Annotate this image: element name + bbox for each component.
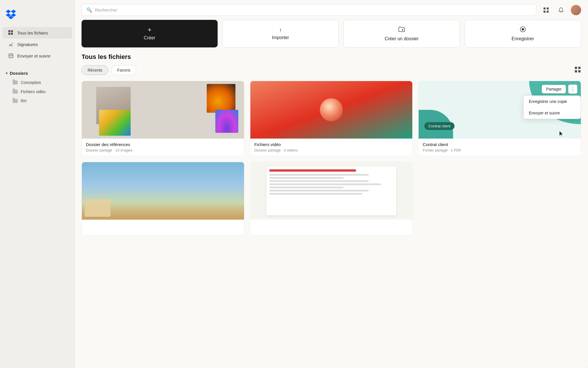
svg-rect-5 [9,54,13,58]
import-button[interactable]: ↑ Importer [222,20,339,47]
svg-point-15 [522,28,524,30]
ref-image-3 [99,110,131,136]
signatures-icon [8,41,14,47]
tab-favorites[interactable]: Favoris [111,65,136,75]
record-icon [519,26,526,34]
file-grid: Dossier des références Dossier partagé ·… [82,81,581,235]
svg-rect-8 [543,7,546,9]
file-card-contrat[interactable]: Contrat client Partager ⋮ Enregistrer un… [418,81,581,156]
section-title: Tous les fichiers [82,53,581,61]
new-folder-button[interactable]: Créer un dossier [343,20,460,47]
doc-line [269,169,356,172]
avatar[interactable] [571,5,581,15]
sidebar-item-label: Signatures [17,42,38,47]
upload-icon: ↑ [279,27,282,33]
folder-icon [13,80,18,85]
share-button[interactable]: Partager [542,85,566,93]
filter-tabs-left: Récents Favoris [82,65,136,75]
file-card-landscape[interactable] [82,162,244,235]
logo[interactable] [0,6,74,27]
doc-line [269,190,368,191]
grid-toggle-button[interactable] [574,66,581,74]
more-options-button[interactable]: ⋮ [568,85,577,94]
avatar-image [571,5,581,15]
notification-button[interactable] [556,5,566,15]
svg-rect-19 [578,70,581,72]
doc-line [269,183,381,185]
ref-image-2 [207,84,235,113]
doc-line [269,177,344,179]
sidebar-item-label: Tous les fichiers [17,30,48,35]
header-actions [541,5,581,15]
chevron-down-icon: ▾ [6,71,7,75]
send-icon [8,53,14,59]
header: 🔍 Rechercher [75,0,588,20]
video-sphere [320,98,343,121]
search-placeholder: Rechercher [95,7,117,12]
tab-recent[interactable]: Récents [82,65,108,75]
main-content: 🔍 Rechercher [75,0,588,368]
card-info: Fichiers vidéo Dossier partagé · 3 vidéo… [250,139,413,156]
file-card-videos[interactable]: Fichiers vidéo Dossier partagé · 3 vidéo… [250,81,413,156]
plus-icon: + [148,27,151,33]
folder-icon [13,90,18,94]
folder-plus-icon [398,26,405,34]
sidebar-item-conception[interactable]: Conception [2,78,72,87]
record-button[interactable]: Enregistrer [465,20,581,47]
folder-label: Fichiers vidéo [21,89,45,94]
doc-line [269,187,344,188]
sidebar-item-fichiers-video[interactable]: Fichiers vidéo [2,87,72,96]
file-card-doc[interactable] [250,162,413,235]
file-card-references[interactable]: Dossier des références Dossier partagé ·… [82,81,244,156]
card-name [86,223,240,227]
sidebar-item-signatures[interactable]: Signatures [2,39,72,50]
filter-tabs: Récents Favoris [82,65,581,75]
card-name: Dossier des références [86,142,240,147]
dropdown-item-send-track[interactable]: Envoyer et suivre [524,107,581,119]
svg-rect-2 [8,33,10,35]
create-button[interactable]: + Créer [82,20,218,47]
svg-rect-9 [547,7,549,9]
folders-section-header[interactable]: ▾ Dossiers [0,66,74,78]
card-thumbnail [82,162,244,220]
card-thumbnail [82,81,244,139]
svg-rect-10 [543,11,546,13]
card-name: Fichiers vidéo [254,142,409,147]
sidebar-item-rh[interactable]: RH [2,96,72,106]
create-label: Créer [144,35,155,41]
dropdown-item-save-copy[interactable]: Enregistrer une copie [524,96,581,107]
search-icon: 🔍 [86,7,92,13]
svg-rect-0 [8,30,10,32]
record-label: Enregistrer [512,36,534,41]
folder-label: Conception [21,80,41,85]
card-meta [86,228,240,232]
new-folder-label: Créer un dossier [385,36,419,41]
card-actions: Partager ⋮ [542,85,577,94]
contrat-badge: Contrat client [424,122,454,130]
card-info [82,220,244,235]
sidebar-item-all-files[interactable]: Tous les fichiers [2,27,72,39]
card-thumbnail [250,162,413,220]
doc-line [269,180,368,182]
svg-rect-3 [11,33,13,35]
card-info: Dossier des références Dossier partagé ·… [82,139,244,156]
card-meta: Fichier partagé · 1 PDF [423,148,577,152]
files-icon [8,30,14,36]
folders-section-title: Dossiers [10,71,28,76]
card-thumbnail [250,81,413,139]
import-label: Importer [272,35,289,40]
doc-line [269,174,368,176]
action-buttons-row: + Créer ↑ Importer Créer un dossier [75,20,588,53]
dropdown-menu: Enregistrer une copie Envoyer et suivre [523,95,581,119]
sidebar-item-send-track[interactable]: Envoyer et suivre [2,50,72,62]
card-meta [254,228,409,232]
sidebar: Tous les fichiers Signatures Envoyer et … [0,0,75,368]
svg-rect-1 [11,30,13,32]
ref-image-4 [215,110,238,133]
folder-label: RH [21,99,26,103]
svg-rect-17 [578,67,581,69]
sidebar-item-label: Envoyer et suivre [17,53,51,58]
search-bar[interactable]: 🔍 Rechercher [82,4,536,16]
grid-apps-button[interactable] [541,5,551,15]
card-meta: Dossier partagé · 3 vidéos [254,148,409,152]
